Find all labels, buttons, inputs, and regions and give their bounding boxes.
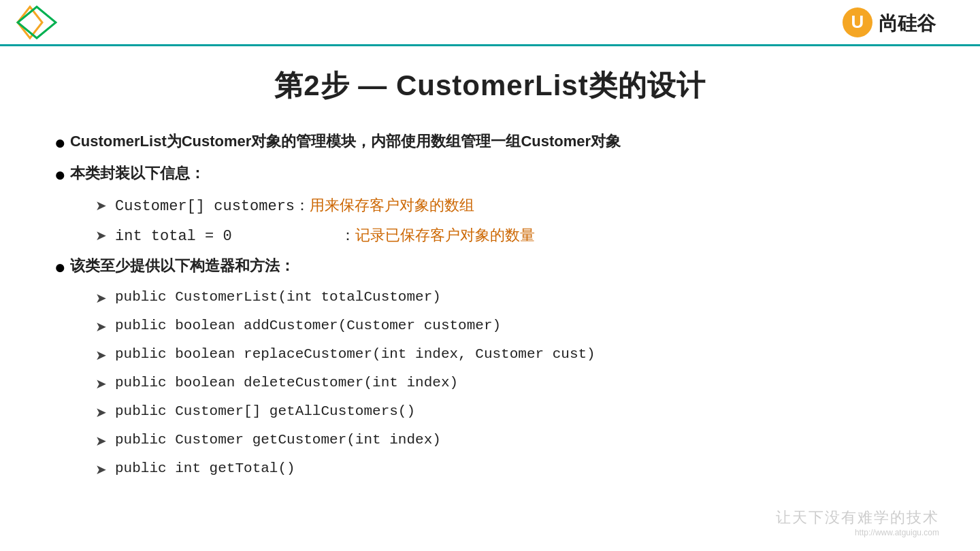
svg-text:尚硅谷: 尚硅谷 [879, 13, 936, 34]
svg-marker-1 [18, 7, 56, 38]
svg-text:U: U [851, 12, 864, 32]
title-text: 第2步 — CustomerList类的设计 [274, 69, 705, 101]
method-text-5: public Customer[] getAllCustomers() [115, 400, 415, 423]
method-item-2: ➤ public boolean addCustomer(Customer cu… [95, 314, 926, 337]
bullet-3: ● 该类至少提供以下构造器和方法： [54, 254, 926, 280]
method-item-6: ➤ public Customer getCustomer(int index) [95, 429, 926, 452]
bullet-dot-1: ● [54, 129, 66, 156]
arrow-icon-m3: ➤ [95, 344, 107, 366]
arrow-icon-m2: ➤ [95, 316, 107, 337]
arrow-icon-2: ➤ [95, 224, 107, 246]
watermark-url: http://www.atguigu.com [776, 528, 939, 537]
arrow-icon-m4: ➤ [95, 373, 107, 395]
main-content: 第2步 — CustomerList类的设计 ● CustomerList为Cu… [0, 46, 980, 499]
bullet-2-text: 本类封装以下信息： [70, 161, 205, 185]
method-item-3: ➤ public boolean replaceCustomer(int ind… [95, 343, 926, 366]
bullet-1-text: CustomerList为Customer对象的管理模块，内部使用数组管理一组C… [70, 129, 621, 153]
method-item-5: ➤ public Customer[] getAllCustomers() [95, 400, 926, 423]
top-bar: U 尚硅谷 [0, 0, 980, 46]
bullet-dot-2: ● [54, 161, 66, 188]
arrow-icon-m7: ➤ [95, 458, 107, 480]
method-item-7: ➤ public int getTotal() [95, 457, 926, 480]
sub-list-2: ➤ Customer[] customers：用来保存客户对象的数组 ➤ int… [95, 193, 926, 248]
method-list: ➤ public CustomerList(int totalCustomer)… [95, 286, 926, 480]
bottom-watermark: 让天下没有难学的技术 http://www.atguigu.com [776, 507, 939, 537]
bullet-2: ● 本类封装以下信息： [54, 161, 926, 188]
method-text-4: public boolean deleteCustomer(int index) [115, 371, 458, 395]
bullet-1: ● CustomerList为Customer对象的管理模块，内部使用数组管理一… [54, 129, 926, 156]
method-item-1: ➤ public CustomerList(int totalCustomer) [95, 286, 926, 309]
method-item-4: ➤ public boolean deleteCustomer(int inde… [95, 371, 926, 395]
watermark-text: 让天下没有难学的技术 [776, 507, 939, 528]
bullet-3-text: 该类至少提供以下构造器和方法： [70, 254, 295, 278]
arrow-icon-m6: ➤ [95, 430, 107, 452]
sub-text-2-2: int total = 0 ：记录已保存客户对象的数量 [115, 223, 535, 248]
method-text-2: public boolean addCustomer(Customer cust… [115, 314, 501, 337]
method-text-7: public int getTotal() [115, 457, 295, 480]
sub-text-2-1: Customer[] customers：用来保存客户对象的数组 [115, 193, 474, 218]
arrow-icon-m1: ➤ [95, 287, 107, 309]
slide-title: 第2步 — CustomerList类的设计 [54, 67, 926, 105]
arrow-icon-1: ➤ [95, 195, 107, 216]
bullet-dot-3: ● [54, 254, 66, 280]
sub-item-2-2: ➤ int total = 0 ：记录已保存客户对象的数量 [95, 223, 926, 248]
right-logo: U 尚硅谷 [841, 6, 964, 39]
method-text-6: public Customer getCustomer(int index) [115, 429, 441, 452]
arrow-icon-m5: ➤ [95, 401, 107, 423]
method-text-3: public boolean replaceCustomer(int index… [115, 343, 595, 366]
sub-item-2-1: ➤ Customer[] customers：用来保存客户对象的数组 [95, 193, 926, 218]
method-text-1: public CustomerList(int totalCustomer) [115, 286, 441, 309]
left-logo [16, 5, 57, 39]
